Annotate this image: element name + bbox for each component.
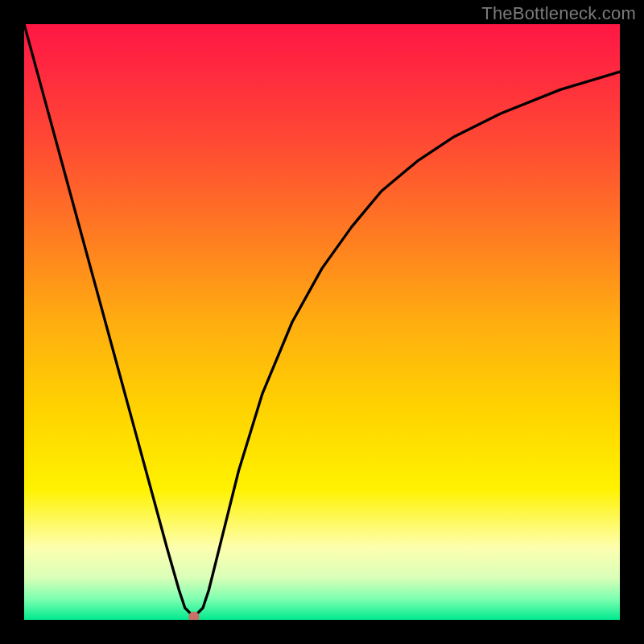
watermark-text: TheBottleneck.com [481, 3, 636, 24]
plot-area [24, 24, 620, 620]
curve-layer [24, 24, 620, 620]
bottleneck-curve [24, 24, 620, 614]
chart-frame: TheBottleneck.com [0, 0, 644, 644]
